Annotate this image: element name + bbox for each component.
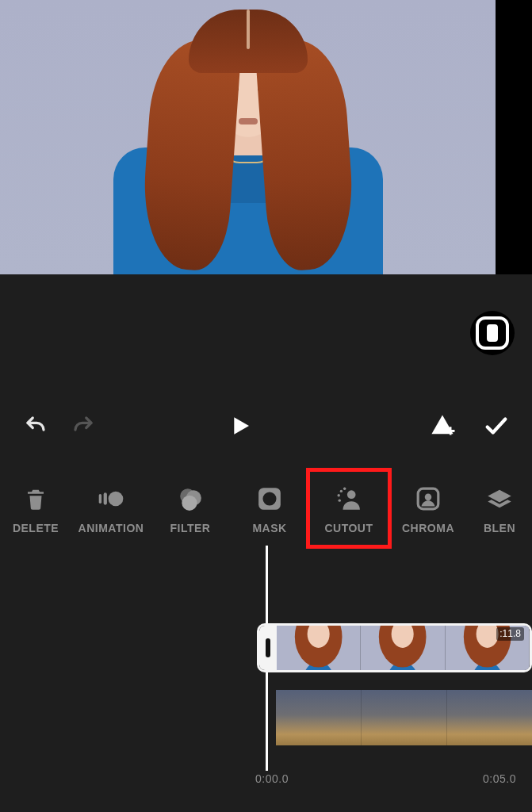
- clip-thumb: [277, 626, 361, 670]
- play-button[interactable]: [226, 412, 253, 439]
- preview-subject: [113, 0, 383, 274]
- tool-label: CHROMA: [402, 522, 454, 534]
- filter-icon: [177, 485, 204, 512]
- mask-icon: [256, 485, 283, 512]
- tool-label: BLEN: [484, 522, 515, 534]
- tool-label: ANIMATION: [78, 522, 144, 534]
- svg-point-11: [347, 490, 356, 499]
- svg-point-17: [425, 494, 432, 501]
- blend-icon: [486, 485, 513, 512]
- svg-point-15: [339, 499, 341, 501]
- tool-label: FILTER: [170, 522, 211, 534]
- svg-rect-2: [446, 430, 454, 432]
- tool-label: CUTOUT: [324, 522, 373, 534]
- clip-strip[interactable]: :11.8: [257, 623, 532, 672]
- stop-button[interactable]: [470, 311, 515, 355]
- tool-filter[interactable]: FILTER: [151, 471, 230, 546]
- cutout-icon: [335, 485, 362, 512]
- stop-icon: [476, 316, 509, 350]
- tool-label: DELETE: [13, 522, 59, 534]
- svg-point-14: [337, 494, 339, 496]
- svg-rect-4: [104, 492, 107, 504]
- tool-animation[interactable]: ANIMATION: [71, 471, 151, 546]
- clip-duration-badge: :11.8: [496, 627, 524, 641]
- confirm-button[interactable]: [483, 412, 510, 439]
- add-keyframe-button[interactable]: [429, 412, 456, 439]
- undo-button[interactable]: [22, 412, 49, 439]
- clip-handle-left[interactable]: [259, 626, 277, 670]
- trash-icon: [22, 485, 49, 512]
- video-preview[interactable]: [0, 0, 532, 274]
- tool-label: MASK: [252, 522, 286, 534]
- svg-point-8: [182, 496, 197, 511]
- tool-mask[interactable]: MASK: [230, 471, 309, 546]
- background-strip[interactable]: [276, 690, 532, 745]
- clip-thumb: :11.8: [446, 626, 530, 670]
- time-end: 0:05.0: [483, 772, 516, 785]
- clip-thumb: [361, 626, 445, 670]
- svg-rect-3: [99, 494, 101, 504]
- tool-blend[interactable]: BLEN: [468, 471, 531, 546]
- svg-point-12: [340, 490, 343, 492]
- redo-button[interactable]: [70, 412, 97, 439]
- edit-toolbar: DELETE ANIMATION FILTER: [0, 471, 532, 546]
- tool-chroma[interactable]: CHROMA: [388, 471, 468, 546]
- svg-point-10: [262, 492, 276, 505]
- svg-point-5: [109, 492, 124, 507]
- svg-point-13: [343, 487, 346, 489]
- preview-frame: [0, 0, 496, 274]
- timeline[interactable]: :11.8 0:00.0 0:05.0: [0, 546, 532, 812]
- tool-cutout[interactable]: CUTOUT: [309, 471, 388, 546]
- time-ruler: 0:00.0 0:05.0: [0, 772, 532, 785]
- chroma-icon: [415, 485, 442, 512]
- animation-icon: [98, 485, 124, 512]
- tool-delete[interactable]: DELETE: [0, 471, 71, 546]
- time-start: 0:00.0: [255, 772, 289, 785]
